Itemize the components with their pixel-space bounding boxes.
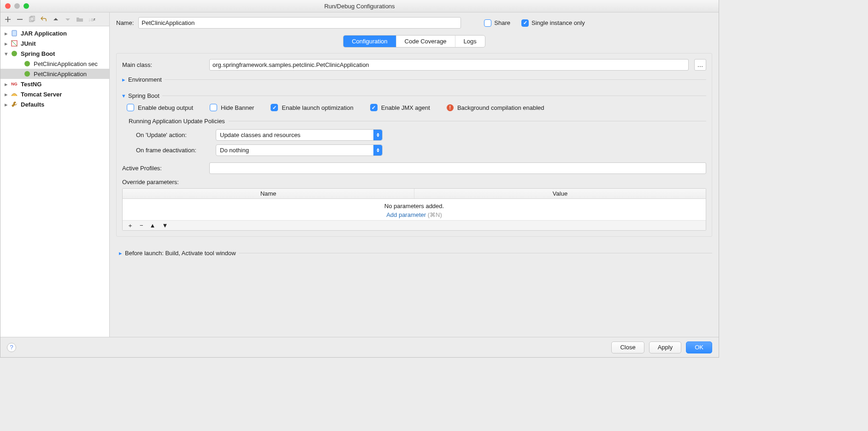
configurations-sidebar: ↓az ▸ JAR Application ▸ JUnit ▾ Spring B… — [0, 12, 110, 337]
junit-icon — [11, 40, 18, 47]
svg-point-4 — [12, 51, 17, 56]
hide-banner-checkbox[interactable]: Hide Banner — [210, 104, 254, 111]
expand-icon[interactable]: ▸ — [3, 91, 9, 98]
tree-item-jar-application[interactable]: ▸ JAR Application — [0, 28, 109, 38]
expand-icon: ▸ — [119, 250, 122, 257]
save-config-icon[interactable] — [40, 16, 47, 23]
checkbox-icon — [521, 19, 529, 27]
tab-logs[interactable]: Logs — [455, 36, 485, 47]
override-parameters-label: Override parameters: — [122, 179, 706, 186]
main-class-label: Main class: — [122, 61, 204, 68]
tree-item-spring-boot[interactable]: ▾ Spring Boot — [0, 48, 109, 59]
apply-button[interactable]: Apply — [649, 341, 682, 353]
spring-boot-icon — [11, 50, 18, 57]
name-input[interactable] — [138, 17, 461, 29]
bg-compilation-warning: !Background compilation enabled — [447, 104, 544, 111]
window-title: Run/Debug Configurations — [0, 3, 719, 10]
configuration-panel: Main class: … ▸ Environment ▾ Spring Boo… — [116, 53, 712, 237]
tree-item-junit[interactable]: ▸ JUnit — [0, 38, 109, 48]
expand-icon: ▸ — [122, 76, 125, 83]
override-col-value: Value — [414, 189, 706, 198]
tree-item-petclinic-sec[interactable]: PetClinicApplication sec — [0, 59, 109, 69]
expand-icon[interactable]: ▸ — [3, 101, 9, 108]
enable-debug-checkbox[interactable]: Enable debug output — [127, 104, 193, 111]
update-policies-header: Running Application Update Policies — [129, 118, 706, 125]
sort-icon[interactable]: ↓az — [88, 16, 95, 23]
jar-icon — [11, 30, 18, 37]
checkbox-icon — [484, 19, 491, 27]
collapse-icon[interactable]: ▾ — [3, 50, 9, 57]
override-empty-text: No parameters added. — [123, 203, 706, 210]
wrench-icon — [11, 101, 18, 108]
enable-launch-opt-checkbox[interactable]: Enable launch optimization — [271, 104, 353, 111]
name-label: Name: — [116, 19, 134, 26]
checkbox-icon — [271, 104, 278, 111]
tab-code-coverage[interactable]: Code Coverage — [396, 36, 455, 47]
share-checkbox[interactable]: Share — [484, 19, 510, 27]
add-row-icon[interactable]: ＋ — [127, 221, 133, 230]
spring-boot-icon — [24, 70, 31, 78]
remove-row-icon: − — [140, 222, 143, 229]
move-down-icon[interactable] — [64, 16, 71, 23]
maximize-window-icon[interactable] — [24, 3, 29, 9]
warning-icon: ! — [447, 104, 454, 111]
tree-item-tomcat[interactable]: ▸ Tomcat Server — [0, 89, 109, 99]
tomcat-icon — [11, 90, 18, 98]
window-controls — [5, 3, 29, 9]
enable-jmx-checkbox[interactable]: Enable JMX agent — [370, 104, 430, 111]
tree-item-defaults[interactable]: ▸ Defaults — [0, 99, 109, 109]
override-toolbar: ＋ − ▲ ▼ — [123, 220, 706, 230]
on-update-label: On 'Update' action: — [136, 132, 207, 138]
tab-configuration[interactable]: Configuration — [343, 36, 396, 47]
testng-icon: NG — [11, 80, 18, 88]
active-profiles-input[interactable] — [209, 162, 706, 174]
sidebar-toolbar: ↓az — [0, 12, 109, 26]
collapse-icon: ▾ — [122, 92, 125, 99]
svg-point-5 — [24, 61, 30, 66]
expand-icon[interactable]: ▸ — [3, 40, 9, 47]
checkbox-icon — [370, 104, 378, 111]
on-frame-label: On frame deactivation: — [136, 147, 207, 154]
tree-item-testng[interactable]: ▸ NG TestNG — [0, 79, 109, 89]
override-col-name: Name — [123, 189, 414, 198]
folder-icon[interactable] — [76, 16, 83, 23]
spring-boot-icon — [24, 60, 31, 67]
copy-config-icon[interactable] — [28, 16, 35, 23]
config-tree[interactable]: ▸ JAR Application ▸ JUnit ▾ Spring Boot … — [0, 26, 109, 337]
before-launch-section[interactable]: ▸ Before launch: Build, Activate tool wi… — [119, 250, 712, 257]
help-button[interactable]: ? — [7, 343, 16, 352]
expand-icon[interactable]: ▸ — [3, 30, 9, 37]
titlebar: Run/Debug Configurations — [0, 0, 719, 12]
move-down-icon: ▼ — [162, 222, 168, 229]
environment-section-header[interactable]: ▸ Environment — [122, 76, 706, 83]
checkbox-icon — [210, 104, 217, 111]
config-editor: Name: Share Single instance only Configu… — [110, 12, 719, 337]
minimize-window-icon — [14, 3, 20, 9]
remove-config-icon[interactable] — [16, 16, 24, 23]
browse-main-class-button[interactable]: … — [694, 59, 706, 71]
add-config-icon[interactable] — [4, 16, 12, 23]
close-button[interactable]: Close — [611, 341, 644, 353]
select-knob-icon — [373, 145, 382, 156]
add-parameter-link[interactable]: Add parameter — [386, 211, 426, 218]
active-profiles-label: Active Profiles: — [122, 165, 204, 172]
on-update-select[interactable]: Update classes and resources — [216, 129, 383, 141]
select-knob-icon — [373, 130, 382, 140]
add-parameter-shortcut: (⌘N) — [428, 211, 442, 218]
main-class-input[interactable] — [209, 59, 689, 71]
on-frame-select[interactable]: Do nothing — [216, 144, 383, 156]
single-instance-checkbox[interactable]: Single instance only — [521, 19, 585, 27]
ok-button[interactable]: OK — [686, 341, 712, 353]
checkbox-icon — [127, 104, 134, 111]
spring-boot-section-header[interactable]: ▾ Spring Boot — [122, 92, 706, 99]
dialog-footer: ? Close Apply OK — [0, 337, 719, 357]
close-window-icon[interactable] — [5, 3, 11, 9]
tree-item-petclinic[interactable]: PetClinicApplication — [0, 69, 109, 79]
move-up-icon: ▲ — [150, 222, 156, 229]
config-tabs: Configuration Code Coverage Logs — [343, 35, 485, 48]
expand-icon[interactable]: ▸ — [3, 81, 9, 88]
override-parameters-table: Name Value No parameters added. Add para… — [122, 188, 706, 231]
svg-rect-2 — [12, 30, 17, 36]
svg-point-6 — [24, 71, 30, 77]
move-up-icon[interactable] — [52, 16, 59, 23]
